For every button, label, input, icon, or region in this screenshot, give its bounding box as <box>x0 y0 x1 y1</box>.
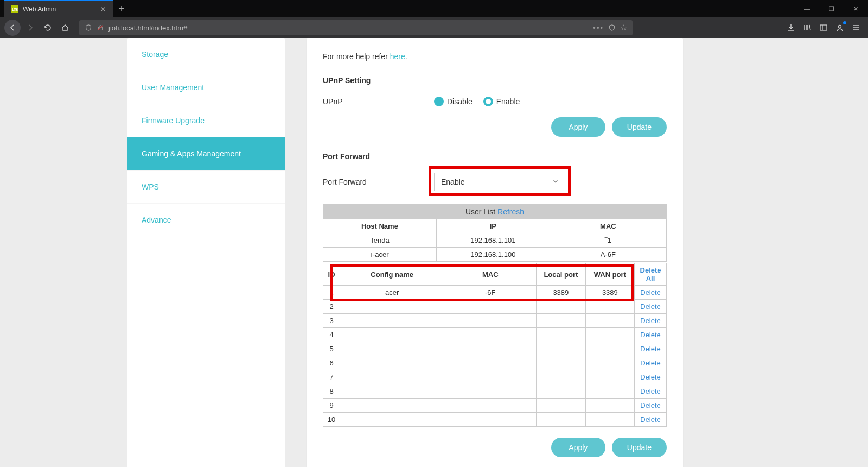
table-row: 3Delete <box>323 314 667 328</box>
cell-mac <box>444 300 537 314</box>
th-id: ID <box>323 263 340 286</box>
page-viewport: Storage User Management Firmware Upgrade… <box>0 38 868 467</box>
refresh-link[interactable]: Refresh <box>497 207 524 216</box>
delete-link[interactable]: Delete <box>640 288 661 296</box>
delete-all-link[interactable]: Delete All <box>640 266 661 282</box>
sidebar-item-advance[interactable]: Advance <box>127 204 285 236</box>
nav-bar: jiofi.local.html/index.htm# ••• ☆ <box>0 17 868 38</box>
port-forward-table: ID Config name MAC Local port WAN port D… <box>323 263 667 427</box>
cell-local-port <box>537 356 586 370</box>
port-forward-select[interactable]: Enable <box>434 173 565 191</box>
more-icon[interactable]: ••• <box>593 24 604 32</box>
url-text: jiofi.local.html/index.htm# <box>108 24 187 32</box>
cell-host: Tenda <box>323 234 437 248</box>
delete-link[interactable]: Delete <box>640 345 661 353</box>
cell-wan-port <box>585 328 635 342</box>
delete-link[interactable]: Delete <box>640 415 661 424</box>
th-mac: MAC <box>444 263 537 286</box>
help-link[interactable]: here <box>390 52 405 61</box>
radio-icon <box>434 97 444 106</box>
sidebar-item-storage[interactable]: Storage <box>127 38 285 71</box>
cell-mac <box>444 342 537 356</box>
delete-link[interactable]: Delete <box>640 359 661 367</box>
forward-button[interactable] <box>23 20 38 35</box>
delete-link[interactable]: Delete <box>640 331 661 339</box>
new-tab-button[interactable]: + <box>114 1 129 16</box>
bookmark-icon[interactable]: ☆ <box>620 23 627 33</box>
table-row: 1acer -6F33893389Delete <box>323 286 667 300</box>
upnp-section-title: UPnP Setting <box>323 72 667 92</box>
cell-id: 7 <box>323 370 340 384</box>
browser-chrome: LTE Web Admin ✕ + — ❐ ✕ <box>0 0 868 38</box>
cell-config <box>340 413 444 427</box>
maximize-button[interactable]: ❐ <box>819 0 844 17</box>
cell-config <box>340 300 444 314</box>
library-icon[interactable] <box>800 20 815 35</box>
th-local-port: Local port <box>537 263 586 286</box>
cell-id: 5 <box>323 342 340 356</box>
close-window-button[interactable]: ✕ <box>844 0 868 17</box>
cell-local-port <box>537 342 586 356</box>
apply-button[interactable]: Apply <box>551 438 605 457</box>
favicon-icon: LTE <box>11 5 18 13</box>
delete-link[interactable]: Delete <box>640 317 661 325</box>
cell-id: 6 <box>323 356 340 370</box>
cell-id: 2 <box>323 300 340 314</box>
cell-wan-port <box>585 314 635 328</box>
home-button[interactable] <box>58 20 73 35</box>
cell-wan-port <box>585 370 635 384</box>
sidebar-toggle-icon[interactable] <box>816 20 831 35</box>
window-controls: — ❐ ✕ <box>795 0 868 17</box>
cell-local-port <box>537 370 586 384</box>
delete-link[interactable]: Delete <box>640 401 661 409</box>
cell-mac: ‾1 <box>550 234 666 248</box>
apply-button[interactable]: Apply <box>551 117 605 137</box>
cell-id: 9 <box>323 399 340 413</box>
cell-mac <box>444 314 537 328</box>
update-button[interactable]: Update <box>612 438 667 457</box>
sidebar-item-firmware-upgrade[interactable]: Firmware Upgrade <box>127 104 285 137</box>
cell-wan-port <box>585 356 635 370</box>
cell-mac: -6F <box>444 286 537 300</box>
th-config-name: Config name <box>340 263 444 286</box>
sidebar-item-wps[interactable]: WPS <box>127 171 285 204</box>
cell-config <box>340 314 444 328</box>
cell-mac: A-6F <box>550 248 666 262</box>
browser-tab[interactable]: LTE Web Admin ✕ <box>4 0 113 17</box>
sidebar-item-user-management[interactable]: User Management <box>127 71 285 104</box>
th-host-name: Host Name <box>323 219 437 234</box>
cell-id: 3 <box>323 314 340 328</box>
table-row: 4Delete <box>323 328 667 342</box>
menu-button[interactable] <box>848 20 864 35</box>
th-ip: IP <box>436 219 550 234</box>
cell-config <box>340 370 444 384</box>
help-text: For more help refer here. <box>323 49 667 72</box>
reload-button[interactable] <box>40 20 55 35</box>
table-row: 8Delete <box>323 384 667 399</box>
cell-mac <box>444 413 537 427</box>
upnp-disable-radio[interactable]: Disable <box>434 97 473 106</box>
port-forward-label: Port Forward <box>323 178 434 186</box>
upnp-label: UPnP <box>323 97 434 106</box>
close-tab-icon[interactable]: ✕ <box>99 5 107 14</box>
th-mac: MAC <box>550 219 666 234</box>
delete-link[interactable]: Delete <box>640 387 661 395</box>
update-button[interactable]: Update <box>612 117 667 137</box>
minimize-button[interactable]: — <box>795 0 819 17</box>
account-icon[interactable] <box>832 20 847 35</box>
back-button[interactable] <box>4 20 21 36</box>
disable-label: Disable <box>447 97 473 106</box>
upnp-enable-radio[interactable]: Enable <box>483 97 520 106</box>
table-row: 6Delete <box>323 356 667 370</box>
shield-outline-icon[interactable] <box>608 24 616 31</box>
delete-link[interactable]: Delete <box>640 373 661 381</box>
sidebar-item-gaming-apps[interactable]: Gaming & Apps Management <box>127 137 285 171</box>
cell-mac <box>444 370 537 384</box>
url-bar[interactable]: jiofi.local.html/index.htm# ••• ☆ <box>79 20 633 35</box>
select-value: Enable <box>441 178 465 186</box>
cell-host: ı-acer <box>323 248 437 262</box>
main-panel: For more help refer here. UPnP Setting U… <box>307 38 683 467</box>
delete-link[interactable]: Delete <box>640 302 661 311</box>
cell-local-port <box>537 413 586 427</box>
downloads-icon[interactable] <box>783 20 799 35</box>
